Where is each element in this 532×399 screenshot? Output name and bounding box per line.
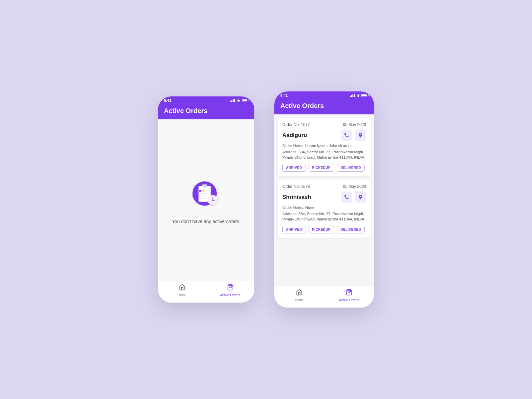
bottom-nav-left: Home ! Active Orders [158, 281, 254, 303]
svg-rect-5 [201, 196, 206, 197]
header-title-left: Active Orders [164, 107, 248, 115]
svg-point-21 [218, 198, 219, 199]
svg-rect-6 [201, 198, 206, 199]
order-number-1077: Order No: 1077 [282, 122, 310, 127]
nav-orders-label-left: Active Orders [220, 293, 240, 297]
order-notes-1077: Order Notes: Lorem Ipsum dolor sit amet. [282, 144, 366, 148]
nav-home-label-left: Home [178, 293, 187, 297]
arrived-button-1078[interactable]: ARRIVED [282, 226, 306, 233]
customer-row-1077: Aadiguru [282, 130, 366, 141]
wifi-icon-right: ⊛ [357, 94, 359, 97]
svg-rect-2 [202, 185, 207, 188]
location-button-1078[interactable] [355, 192, 366, 203]
svg-point-27 [349, 291, 351, 292]
nav-home-right[interactable]: Home [274, 289, 324, 304]
wifi-icon: ⊛ [237, 99, 240, 102]
nav-orders-right[interactable]: Active Orders [324, 289, 374, 304]
location-button-1077[interactable] [355, 130, 366, 141]
order-address-1077: Address: 384, Sector No. 27, Pradhikaran… [282, 149, 366, 160]
call-button-1078[interactable] [341, 192, 352, 203]
pickedup-button-1077[interactable]: PICKEDUP [309, 164, 334, 172]
battery-icon-right [361, 94, 368, 97]
order-header-1078: Order No: 1078 05 May 2020 [282, 184, 366, 189]
nav-orders-left[interactable]: ! Active Orders [206, 284, 254, 299]
header-title-right: Active Orders [280, 102, 368, 110]
app-header-left: Active Orders [158, 104, 254, 119]
pickedup-button-1078[interactable]: PICKEDUP [309, 226, 334, 233]
left-phone: 9:41 ⊛ Active Orders [158, 96, 254, 303]
status-buttons-1078: ARRIVED PICKEDUP DELIVERED [282, 226, 366, 233]
arrived-button-1077[interactable]: ARRIVED [282, 164, 306, 172]
empty-state: You don't have any active orders. [158, 119, 254, 281]
customer-name-1077: Aadiguru [282, 132, 307, 139]
app-header-right: Active Orders [274, 99, 374, 114]
orders-list: Order No: 1077 05 May 2020 Aadiguru [274, 114, 374, 286]
home-icon-right [296, 289, 303, 297]
svg-point-20 [192, 196, 193, 197]
order-date-1078: 05 May 2020 [343, 184, 366, 189]
call-button-1077[interactable] [341, 130, 352, 141]
svg-point-8 [199, 193, 201, 195]
nav-home-label-right: Home [295, 298, 304, 302]
status-icons-left: ⊛ [230, 99, 248, 102]
nav-orders-label-right: Active Orders [339, 298, 359, 302]
order-card-1077: Order No: 1077 05 May 2020 Aadiguru [278, 118, 371, 176]
svg-text:!: ! [231, 286, 231, 287]
svg-rect-4 [201, 193, 207, 194]
delivered-button-1078[interactable]: DELIVERED [337, 226, 365, 233]
status-icons-right: ⊛ [350, 94, 368, 97]
bag-icon-left: ! [227, 284, 234, 292]
status-bar-right: 9:41 ⊛ [274, 91, 374, 99]
order-date-1077: 05 May 2020 [343, 122, 366, 127]
signal-icon-right [350, 94, 355, 97]
action-buttons-1077 [341, 130, 366, 141]
svg-point-9 [199, 195, 201, 197]
svg-rect-3 [201, 191, 205, 192]
right-phone: 9:41 ⊛ Active Orders Order No: 1077 05 [274, 91, 374, 308]
svg-point-15 [212, 200, 213, 201]
status-buttons-1077: ARRIVED PICKEDUP DELIVERED [282, 164, 366, 172]
order-address-1078: Address: 384, Sector No. 27, Pradhikaran… [282, 211, 366, 222]
time-left: 9:41 [164, 98, 171, 102]
order-card-1078: Order No: 1078 05 May 2020 Shrinivash [278, 180, 371, 238]
svg-point-19 [217, 189, 218, 190]
svg-point-22 [197, 202, 198, 203]
action-buttons-1078 [341, 192, 366, 203]
customer-name-1078: Shrinivash [282, 194, 311, 200]
empty-illustration [188, 175, 224, 212]
signal-icon [230, 99, 235, 102]
status-bar-left: 9:41 ⊛ [158, 96, 254, 104]
time-right: 9:41 [280, 93, 288, 97]
battery-icon [242, 99, 248, 102]
customer-row-1078: Shrinivash [282, 192, 366, 203]
svg-point-10 [199, 198, 201, 200]
empty-state-text: You don't have any active orders. [172, 218, 240, 225]
svg-point-7 [199, 190, 201, 192]
svg-point-18 [194, 185, 195, 187]
bag-icon-right [346, 289, 352, 297]
bottom-nav-right: Home Active Orders [274, 286, 374, 308]
order-header-1077: Order No: 1077 05 May 2020 [282, 122, 366, 127]
delivered-button-1077[interactable]: DELIVERED [337, 164, 365, 172]
home-icon-left [179, 284, 186, 292]
nav-home-left[interactable]: Home [158, 284, 206, 299]
order-number-1078: Order No: 1078 [282, 184, 310, 189]
order-notes-1078: Order Notes: None [282, 205, 366, 209]
